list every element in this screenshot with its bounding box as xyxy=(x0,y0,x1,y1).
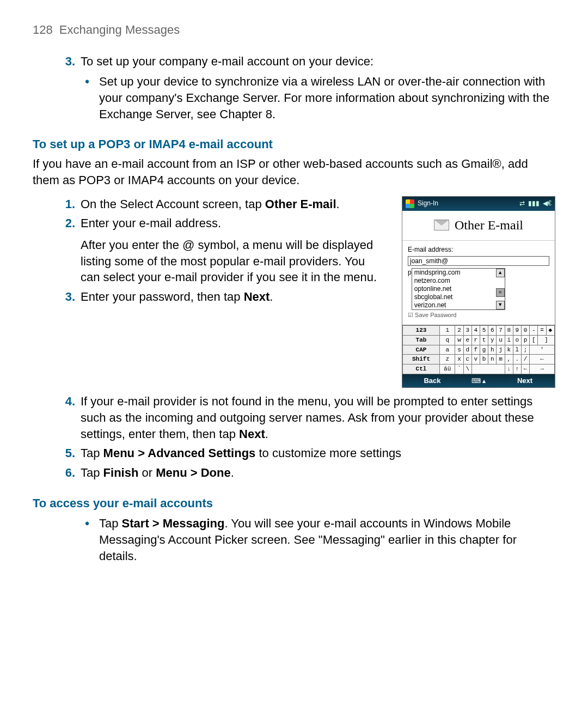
bullet-text: Set up your device to synchronize via a … xyxy=(99,74,555,122)
step-text: To set up your company e-mail account on… xyxy=(81,53,555,70)
section-heading-pop3: To set up a POP3 or IMAP4 e-mail account xyxy=(33,136,555,153)
text: On the Select Account screen, tap xyxy=(81,197,265,211)
device-screenshot: Sign-In ⇄ ▮▮▮ ◀€ Other E-mail E-mail add… xyxy=(402,196,555,388)
email-field[interactable] xyxy=(408,256,549,266)
step-number: 3. xyxy=(57,53,75,70)
step-text: If your e-mail provider is not found in … xyxy=(81,393,555,442)
titlebar-text: Sign-In xyxy=(418,199,438,208)
step-number: 2. xyxy=(57,215,75,232)
windows-logo-icon xyxy=(406,199,414,208)
device-main-title: Other E-mail xyxy=(402,211,555,241)
step-3: 3. To set up your company e-mail account… xyxy=(57,53,555,70)
step-text: Tap Finish or Menu > Done. xyxy=(81,465,555,481)
step-3-bullet: • Set up your device to synchronize via … xyxy=(81,74,555,122)
bullet-icon: • xyxy=(81,515,94,532)
text: Tap xyxy=(81,446,103,460)
bullet-text: Tap Start > Messaging. You will see your… xyxy=(99,515,555,564)
access-bullet: • Tap Start > Messaging. You will see yo… xyxy=(81,515,555,564)
bullet-icon: • xyxy=(81,74,94,90)
section-intro: If you have an e-mail account from an IS… xyxy=(33,156,555,188)
device-titlebar: Sign-In ⇄ ▮▮▮ ◀€ xyxy=(402,197,555,211)
status-icons: ⇄ ▮▮▮ ◀€ xyxy=(519,199,552,208)
bold-text: Finish xyxy=(103,466,139,479)
step-number: 1. xyxy=(57,196,75,212)
step-text: Enter your password, then tap Next. xyxy=(81,289,385,305)
text: to customize more settings xyxy=(255,446,401,460)
pop-step-4: 4. If your e-mail provider is not found … xyxy=(57,393,555,442)
step-number: 3. xyxy=(57,289,75,305)
dropdown-item[interactable]: sbcglobal.net xyxy=(412,293,505,301)
step-number: 4. xyxy=(57,393,75,410)
pop-step-3: 3. Enter your password, then tap Next. xyxy=(57,289,385,305)
text: Tap xyxy=(81,466,103,479)
pop-step-2: 2. Enter your e-mail address. After you … xyxy=(57,215,385,285)
signal-icon: ▮▮▮ xyxy=(528,199,540,208)
step-text: On the Select Account screen, tap Other … xyxy=(81,196,385,212)
page-header: 128 Exchanging Messages xyxy=(33,22,555,38)
text: or xyxy=(138,466,156,479)
text: If your e-mail provider is not found in … xyxy=(81,394,534,440)
step-text: Enter your e-mail address. After you ent… xyxy=(81,215,385,285)
sync-icon: ⇄ xyxy=(519,199,525,208)
softkey-next[interactable]: Next xyxy=(495,376,555,386)
pop-step-6: 6. Tap Finish or Menu > Done. xyxy=(57,465,555,481)
volume-icon: ◀€ xyxy=(543,199,552,208)
dropdown-item[interactable]: verizon.net xyxy=(412,301,505,309)
text: . xyxy=(270,290,273,303)
envelope-icon xyxy=(434,220,449,230)
step-number: 6. xyxy=(57,465,75,481)
text: After you enter the @ symbol, a menu wil… xyxy=(81,237,385,285)
device-softkey-bar: Back ⌨ ▴ Next xyxy=(402,374,555,387)
bold-text: Menu > Advanced Settings xyxy=(103,446,256,460)
keyboard-toggle-icon[interactable]: ⌨ ▴ xyxy=(462,376,495,385)
chapter-title: Exchanging Messages xyxy=(59,23,180,37)
softkey-back[interactable]: Back xyxy=(402,376,462,386)
on-screen-keyboard[interactable]: 1231234567890-=◆ Tabqwertyuiop[] CAPasdf… xyxy=(402,325,555,374)
pop-step-5: 5. Tap Menu > Advanced Settings to custo… xyxy=(57,445,555,461)
text: Tap xyxy=(99,517,122,530)
text: Enter your password, then tap xyxy=(81,290,244,303)
step-number: 5. xyxy=(57,445,75,461)
bold-text: Next xyxy=(244,290,270,303)
dropdown-item[interactable]: optonline.net xyxy=(412,285,505,293)
page-number: 128 xyxy=(33,23,53,37)
main-title-text: Other E-mail xyxy=(455,216,523,234)
step-text: Tap Menu > Advanced Settings to customiz… xyxy=(81,445,555,461)
email-field-label: E-mail address: xyxy=(408,245,549,254)
dropdown-item[interactable]: mindspring.com xyxy=(412,269,505,277)
dropdown-item[interactable]: netzero.com xyxy=(412,277,505,285)
text: . xyxy=(336,197,340,211)
password-label-fragment: p xyxy=(408,268,412,277)
provider-dropdown[interactable]: mindspring.com netzero.com optonline.net… xyxy=(412,268,505,310)
text: Enter your e-mail address. xyxy=(81,215,385,232)
bold-text: Menu > Done xyxy=(156,466,231,479)
section-heading-access: To access your e-mail accounts xyxy=(33,495,555,512)
bold-text: Start > Messaging xyxy=(122,517,225,530)
save-password-label: Save Password xyxy=(415,312,456,318)
save-password-checkbox[interactable]: ☑ Save Password xyxy=(408,311,549,319)
text: . xyxy=(231,466,234,479)
scroll-up-icon[interactable]: ▲ xyxy=(496,269,505,277)
scroll-down-icon[interactable]: ▼ xyxy=(496,301,505,309)
bold-text: Other E-mail xyxy=(265,197,336,211)
bold-text: Next xyxy=(239,427,265,441)
text: . xyxy=(265,427,268,441)
pop-step-1: 1. On the Select Account screen, tap Oth… xyxy=(57,196,385,212)
scroll-thumb[interactable]: ≡ xyxy=(496,288,505,297)
